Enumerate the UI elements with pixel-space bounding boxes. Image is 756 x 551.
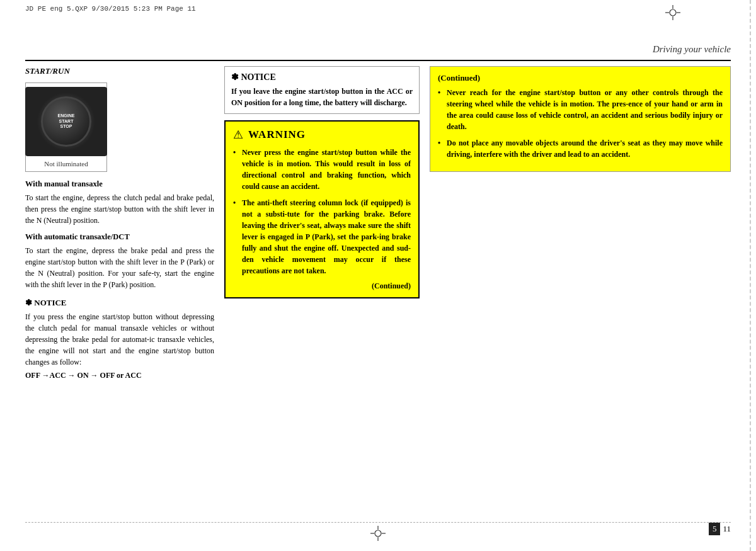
mid-notice-title: ✽ NOTICE xyxy=(231,72,413,82)
middle-column: ✽ NOTICE If you leave the engine start/s… xyxy=(224,66,420,513)
warning-continued: (Continued) xyxy=(233,281,411,291)
left-notice-title: ✽ NOTICE xyxy=(25,298,214,308)
continued-box-title: (Continued) xyxy=(438,73,723,83)
svg-point-5 xyxy=(375,530,381,537)
mid-notice-box: ✽ NOTICE If you leave the engine start/s… xyxy=(224,66,420,114)
warning-item-1: Never press the engine start/stop button… xyxy=(233,147,411,192)
left-notice-symbol: ✽ xyxy=(25,298,32,307)
page-header: JD PE eng 5.QXP 9/30/2015 5:23 PM Page 1… xyxy=(25,5,731,20)
mid-notice-symbol: ✽ xyxy=(231,72,239,82)
not-illuminated-label: Not illuminated xyxy=(25,160,107,168)
warning-list: Never press the engine start/stop button… xyxy=(233,147,411,276)
continued-box: (Continued) Never reach for the engine s… xyxy=(430,66,731,172)
continued-item-2: Do not place any movable objects around … xyxy=(438,137,723,160)
mid-notice-title-text: NOTICE xyxy=(241,72,276,82)
left-notice-text: If you press the engine start/stop butto… xyxy=(25,311,214,368)
page-number-area: 5 11 xyxy=(709,523,731,535)
warning-title-row: ⚠ WARNING xyxy=(233,128,411,142)
page-title: Driving your vehicle xyxy=(653,44,731,55)
right-column: (Continued) Never reach for the engine s… xyxy=(430,66,731,513)
crosshair-top xyxy=(665,5,680,20)
crosshair-bottom-icon xyxy=(370,526,386,541)
warning-box: ⚠ WARNING Never press the engine start/s… xyxy=(224,120,420,298)
section-title: START/RUN xyxy=(25,66,214,76)
engine-button-container: ENGINESTARTSTOP Not illuminated xyxy=(25,82,107,172)
crosshair-bottom xyxy=(370,526,386,543)
svg-point-0 xyxy=(670,9,676,16)
manual-transaxle-text: To start the engine, depress the clutch … xyxy=(25,192,214,226)
page-number-text: 11 xyxy=(723,524,731,534)
right-border-decoration xyxy=(750,0,751,551)
print-info: JD PE eng 5.QXP 9/30/2015 5:23 PM Page 1… xyxy=(25,5,196,13)
continued-box-list: Never reach for the engine start/stop bu… xyxy=(438,87,723,160)
manual-transaxle-title: With manual transaxle xyxy=(25,179,214,189)
engine-button-image: ENGINESTARTSTOP xyxy=(25,87,107,156)
page-section-number: 5 xyxy=(709,523,721,535)
warning-triangle-icon: ⚠ xyxy=(233,128,243,142)
bottom-rule xyxy=(25,522,731,523)
warning-title-text: WARNING xyxy=(248,128,306,141)
main-content: START/RUN ENGINESTARTSTOP Not illuminate… xyxy=(25,66,731,513)
automatic-transaxle-text: To start the engine, depress the brake p… xyxy=(25,245,214,290)
engine-button-inner: ENGINESTARTSTOP xyxy=(41,96,91,147)
continued-item-1: Never reach for the engine start/stop bu… xyxy=(438,87,723,132)
engine-btn-text: ENGINESTARTSTOP xyxy=(58,113,75,129)
top-rule xyxy=(25,60,731,61)
left-notice-title-text: NOTICE xyxy=(34,298,66,307)
automatic-transaxle-title: With automatic transaxle/DCT xyxy=(25,232,214,242)
mid-notice-body: If you leave the engine start/stop butto… xyxy=(231,86,413,108)
left-notice-section: ✽ NOTICE If you press the engine start/s… xyxy=(25,298,214,380)
crosshair-top-icon xyxy=(665,5,680,20)
warning-item-2: The anti-theft steering column lock (if … xyxy=(233,197,411,276)
left-column: START/RUN ENGINESTARTSTOP Not illuminate… xyxy=(25,66,214,513)
left-notice-flow: OFF →ACC → ON → OFF or ACC xyxy=(25,371,214,380)
